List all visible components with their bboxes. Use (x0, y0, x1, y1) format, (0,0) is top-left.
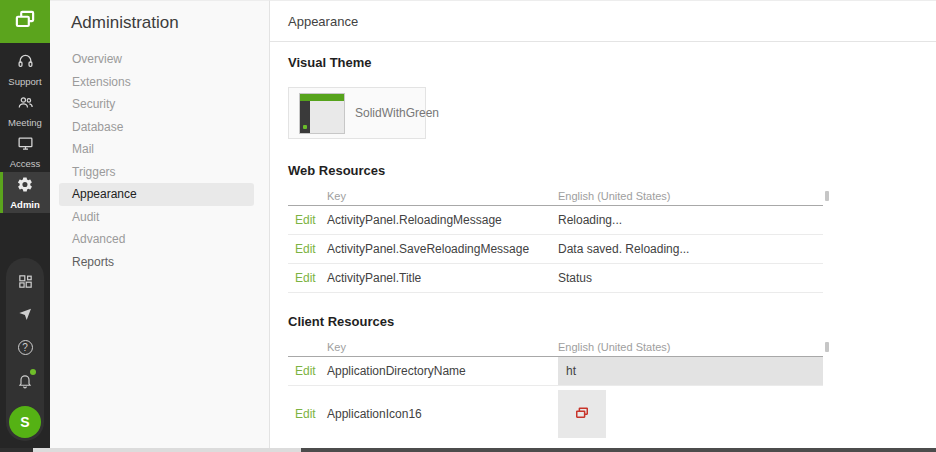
rail-item-admin[interactable]: Admin (0, 172, 50, 213)
main-panel: Appearance Visual Theme SolidWithGreen W… (270, 0, 936, 452)
resource-key: ActivityPanel.SaveReloadingMessage (327, 242, 558, 256)
gear-icon (16, 176, 34, 197)
table-row: Edit ActivityPanel.ReloadingMessage Relo… (288, 206, 823, 235)
visual-theme-heading: Visual Theme (288, 55, 936, 70)
column-header-key: Key (327, 341, 558, 353)
page-header: Appearance (270, 1, 936, 42)
resource-value: Status (558, 264, 823, 292)
table-row: Edit ActivityPanel.Title Status (288, 264, 823, 293)
help-icon[interactable]: ? (16, 338, 34, 356)
app-logo[interactable] (0, 0, 50, 43)
sidebar-title: Administration (50, 1, 269, 33)
rail-item-support[interactable]: Support (0, 49, 50, 90)
send-icon[interactable] (16, 305, 34, 323)
headset-icon (16, 53, 35, 74)
monitor-icon (16, 135, 35, 156)
edit-button[interactable]: Edit (288, 213, 327, 227)
scrollbar-track[interactable] (33, 448, 301, 452)
sidebar-item-overview[interactable]: Overview (59, 48, 254, 71)
edit-button[interactable]: Edit (288, 242, 327, 256)
sidebar-item-appearance[interactable]: Appearance (59, 183, 254, 206)
column-header-english: English (United States) (558, 187, 823, 205)
client-resources-heading: Client Resources (288, 314, 936, 329)
edit-button[interactable]: Edit (288, 364, 327, 378)
sidebar-item-security[interactable]: Security (59, 93, 254, 116)
rail-item-access[interactable]: Access (0, 131, 50, 172)
rail-footer-pill: ? S (6, 258, 44, 441)
page-content: Visual Theme SolidWithGreen Web Resource… (270, 55, 936, 442)
table-vertical-scrollbar[interactable] (825, 342, 829, 352)
rail-item-label: Access (10, 158, 41, 169)
page-title: Appearance (288, 14, 358, 29)
column-header-key: Key (327, 190, 558, 202)
rail-item-meeting[interactable]: Meeting (0, 90, 50, 131)
resource-key: ActivityPanel.ReloadingMessage (327, 213, 558, 227)
sidebar-item-advanced[interactable]: Advanced (59, 228, 254, 251)
apps-icon[interactable] (16, 272, 34, 290)
people-icon (16, 94, 35, 115)
horizontal-scrollbar (0, 448, 936, 452)
table-header-row: Key English (United States) (288, 338, 823, 357)
help-glyph: ? (18, 340, 33, 355)
edit-button[interactable]: Edit (288, 271, 327, 285)
theme-name: SolidWithGreen (355, 106, 439, 120)
rail-item-label: Admin (10, 199, 40, 210)
sidebar-item-database[interactable]: Database (59, 116, 254, 139)
scrollbar-thumb[interactable] (301, 448, 936, 452)
resource-key: ApplicationIcon16 (327, 407, 558, 421)
table-header-row: Key English (United States) (288, 187, 823, 206)
web-resources-table: Key English (United States) Edit Activit… (288, 187, 823, 293)
scrollbar-corner (0, 448, 33, 452)
theme-card-solidwithgreen[interactable]: SolidWithGreen (288, 87, 426, 139)
app-window: Support Meeting (0, 0, 936, 452)
rail-item-label: Meeting (8, 117, 42, 128)
resource-value-editing[interactable]: ht (558, 357, 823, 385)
sidebar-item-reports[interactable]: Reports (59, 251, 254, 274)
sidebar-item-mail[interactable]: Mail (59, 138, 254, 161)
client-resources-table: Key English (United States) Edit Applica… (288, 338, 823, 442)
app-logo-red-icon (573, 404, 591, 425)
table-row: Edit ApplicationIcon16 (288, 386, 823, 442)
bell-icon[interactable] (16, 371, 34, 389)
resource-value: Reloading... (558, 206, 823, 234)
edit-button[interactable]: Edit (288, 407, 327, 421)
rail-nav: Support Meeting (0, 49, 50, 213)
rail-item-label: Support (8, 76, 41, 87)
icon-rail: Support Meeting (0, 0, 50, 452)
resource-key: ActivityPanel.Title (327, 271, 558, 285)
sidebar-item-extensions[interactable]: Extensions (59, 71, 254, 94)
table-row: Edit ApplicationDirectoryName ht (288, 357, 823, 386)
web-resources-heading: Web Resources (288, 163, 936, 178)
sidebar-item-triggers[interactable]: Triggers (59, 161, 254, 184)
application-icon-preview[interactable] (558, 390, 606, 438)
column-header-english: English (United States) (558, 338, 823, 356)
notification-dot (30, 369, 36, 375)
sidebar-menu: Overview Extensions Security Database Ma… (50, 48, 269, 273)
theme-thumb-dot (303, 125, 307, 129)
theme-preview-thumbnail (299, 93, 345, 134)
table-vertical-scrollbar[interactable] (825, 191, 829, 201)
resource-value: Data saved. Reloading... (558, 235, 823, 263)
overlapping-screens-icon (12, 7, 38, 37)
theme-thumb-topbar (300, 94, 344, 101)
admin-sidebar: Administration Overview Extensions Secur… (50, 0, 270, 452)
resource-key: ApplicationDirectoryName (327, 364, 558, 378)
user-avatar[interactable]: S (9, 406, 41, 438)
sidebar-item-audit[interactable]: Audit (59, 206, 254, 229)
table-row: Edit ActivityPanel.SaveReloadingMessage … (288, 235, 823, 264)
